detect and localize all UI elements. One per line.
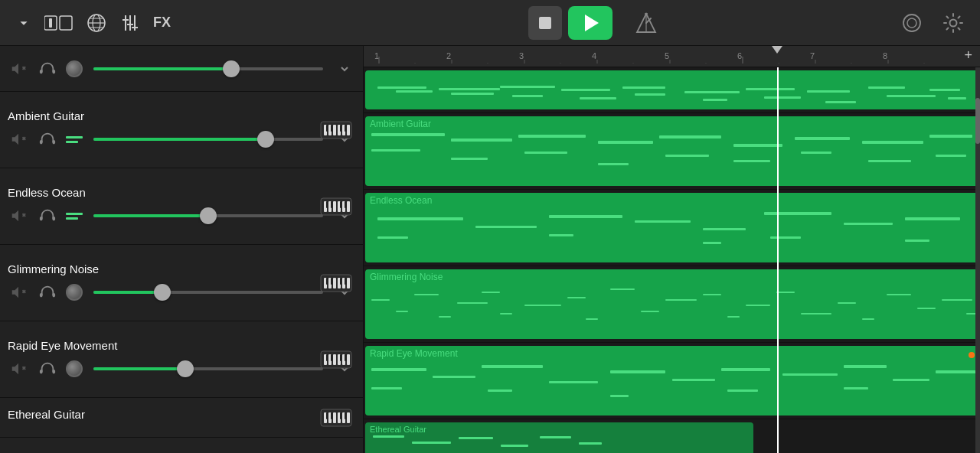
add-track-button[interactable]: + [964,47,972,63]
svg-rect-73 [52,370,55,374]
svg-rect-57 [40,293,43,298]
svg-rect-42 [40,217,43,221]
svg-rect-39 [345,125,347,132]
headphone-icon-ambient[interactable] [37,129,58,150]
track-block-ocean[interactable]: Endless Ocean [365,193,978,262]
instrument-icon-glimmering[interactable] [317,272,355,295]
track-lane-ambient[interactable]: Ambient Guitar [364,113,980,190]
collapse-icon-0[interactable] [334,58,355,80]
headphone-icon-0[interactable] [37,58,58,80]
track-controls-glimmering [8,282,355,303]
instrument-icon-ethereal[interactable] [317,406,355,429]
headphone-icon-rapid[interactable] [37,358,58,380]
svg-rect-37 [331,125,333,132]
track-controls-ocean [8,205,355,226]
instrument-icon-ocean[interactable] [317,195,355,218]
headphone-icon-ocean[interactable] [37,205,58,226]
track-block-label-ambient: Ambient Guitar [365,116,978,132]
track-row-ethereal: Ethereal Guitar [0,398,363,438]
mute-icon-glimmering[interactable] [8,282,29,303]
svg-rect-69 [345,278,347,285]
vertical-scrollbar[interactable] [975,67,980,453]
svg-rect-47 [333,201,336,212]
svg-rect-52 [331,201,333,208]
track-block-label-rapid: Rapid Eye Movement [365,346,978,361]
volume-knob-glimmering[interactable] [66,284,83,301]
track-block-rapid[interactable]: Rapid Eye Movement [365,346,978,416]
svg-rect-35 [347,125,350,135]
svg-point-18 [903,15,920,31]
track-block-glimmering[interactable]: Glimmering Noise [365,269,978,339]
instrument-icon-rapid[interactable] [317,348,355,371]
pan-icon-ambient[interactable] [66,136,83,143]
playhead-top [772,46,782,54]
track-lane-ocean[interactable]: Endless Ocean [364,190,980,266]
right-panel: 1 2 3 4 5 6 7 8 + [364,46,980,453]
svg-rect-92 [326,412,328,419]
mute-icon-ocean[interactable] [8,205,29,226]
stop-icon [539,17,551,29]
track-row-rapid: Rapid Eye Movement [0,321,363,398]
track-lane-rapid[interactable]: Rapid Eye Movement [364,343,980,419]
svg-rect-32 [333,125,336,135]
volume-slider-ambient[interactable] [93,138,323,141]
track-label-ambient: Ambient Guitar [8,109,355,122]
track-controls-rapid [8,358,355,380]
volume-slider-0[interactable] [93,67,323,70]
svg-rect-50 [347,201,350,212]
svg-rect-95 [345,412,347,419]
timeline-mark-3: 3 [519,51,524,60]
mute-icon-rapid[interactable] [8,358,29,380]
svg-rect-66 [326,278,328,285]
track-lane-glimmering[interactable]: Glimmering Noise [364,266,980,343]
track-lane-ethereal[interactable]: Ethereal Guitar [364,419,980,453]
svg-rect-23 [40,69,43,73]
track-block-ethereal[interactable]: Ethereal Guitar [365,422,753,453]
timeline-mark-4: 4 [592,51,596,60]
mute-icon-0[interactable] [8,58,29,80]
track-label-glimmering: Glimmering Noise [8,262,355,275]
track-label-ethereal: Ethereal Guitar [8,408,355,421]
track-controls-0 [8,58,355,80]
instrument-icon-ambient[interactable] [317,119,355,142]
volume-knob-rapid[interactable] [66,360,83,377]
timeline-mark-2: 2 [446,51,451,60]
loop-button[interactable] [900,11,923,34]
svg-rect-1 [60,16,72,30]
svg-rect-81 [326,354,328,361]
headphone-icon-glimmering[interactable] [37,282,58,303]
timeline-header: 1 2 3 4 5 6 7 8 + [364,46,980,67]
metronome-button[interactable] [634,11,658,35]
world-button[interactable] [86,12,107,34]
play-button[interactable] [568,6,612,40]
volume-slider-rapid[interactable] [93,367,323,370]
main-content: Ambient Guitar [0,46,980,453]
dropdown-button[interactable] [15,15,32,31]
stop-button[interactable] [528,6,562,40]
view-tracks-button[interactable] [44,15,74,31]
timeline-mark-8: 8 [883,51,887,60]
timeline-mark-5: 5 [665,51,669,60]
left-panel: Ambient Guitar [0,46,364,453]
svg-rect-51 [326,201,328,208]
fx-button[interactable]: FX [153,15,171,31]
track-block-0[interactable] [365,70,978,109]
toolbar-left: FX [15,12,375,34]
volume-knob-0[interactable] [66,60,83,77]
scrollbar-thumb[interactable] [975,98,980,144]
svg-rect-38 [340,125,342,132]
volume-slider-ocean[interactable] [93,214,323,217]
track-block-ambient[interactable]: Ambient Guitar [365,116,978,186]
settings-button[interactable] [942,11,965,34]
svg-rect-94 [340,412,342,419]
svg-rect-24 [52,69,55,73]
track-lane-0[interactable] [364,67,980,113]
volume-slider-glimmering[interactable] [93,291,323,294]
mixer-button[interactable] [119,12,141,34]
svg-rect-91 [347,412,350,423]
svg-rect-2 [49,18,52,28]
mute-icon-ambient[interactable] [8,129,29,150]
pan-icon-ocean[interactable] [66,213,83,220]
track-controls-ambient [8,129,355,150]
svg-rect-72 [40,370,43,374]
